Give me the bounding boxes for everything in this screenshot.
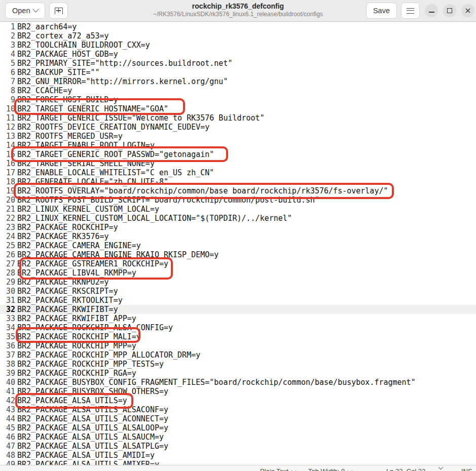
- insert-mode-label: INS: [461, 467, 472, 471]
- line-number: 16: [0, 159, 15, 168]
- line-number: 40: [0, 378, 15, 387]
- code-line: 39BR2_PACKAGE_ROCKCHIP_RGA=y: [0, 369, 476, 378]
- code-line: 10BR2_TARGET_GENERIC_HOSTNAME="GOA": [0, 104, 476, 113]
- code-text: BR2_TARGET_GENERIC_HOSTNAME="GOA": [15, 104, 168, 113]
- line-number: 13: [0, 132, 15, 141]
- code-line: 26BR2_PACKAGE_CAMERA_ENGINE_RKAIQ_RKISP_…: [0, 250, 476, 259]
- code-line: 41BR2_PACKAGE_BUSYBOX_SHOW_OTHERS=y: [0, 387, 476, 396]
- code-line: 40BR2_PACKAGE_BUSYBOX_CONFIG_FRAGMENT_FI…: [0, 378, 476, 387]
- code-line: 37BR2_PACKAGE_ROCKCHIP_MPP_ALLOCATOR_DRM…: [0, 350, 476, 360]
- minimize-icon: [429, 12, 434, 13]
- code-line: 46BR2_PACKAGE_ALSA_UTILS_ALSAUCM=y: [0, 433, 476, 442]
- code-line: 12BR2_ROOTFS_DEVICE_CREATION_DYNAMIC_EUD…: [0, 123, 476, 132]
- line-number: 32: [0, 305, 15, 314]
- code-line: 2BR2_cortex_a72_a53=y: [0, 31, 476, 41]
- code-text: BR2_PACKAGE_ALSA_UTILS_ALSAUCM=y: [15, 433, 164, 442]
- code-text: BR2_PACKAGE_ROCKCHIP_MPP=y: [15, 341, 136, 350]
- editor-text-area[interactable]: 1BR2_aarch64=y2BR2_cortex_a72_a53=y3BR2_…: [0, 22, 476, 465]
- code-text: BR2_LINUX_KERNEL_CUSTOM_LOCAL=y: [15, 205, 159, 214]
- code-line: 27BR2_PACKAGE_GSTREAMER1_ROCKCHIP=y: [0, 259, 476, 268]
- status-bar: Plain Text Tab Width: 8 Ln 32, Col 23 IN…: [0, 465, 476, 471]
- code-text: BR2_PACKAGE_RKTOOLKIT=y: [15, 296, 123, 305]
- header-bar: rockchip_rk3576_defconfig ~/RK3576/Linux…: [0, 0, 476, 22]
- line-number: 29: [0, 278, 15, 287]
- header-right-group: Save ×: [366, 3, 474, 19]
- line-number: 7: [0, 77, 15, 86]
- code-text: BR2_CCACHE=y: [15, 86, 72, 95]
- code-text: BR2_ROOTFS_OVERLAY="board/rockchip/commo…: [15, 186, 388, 195]
- line-number: 30: [0, 287, 15, 296]
- code-text: BR2_PACKAGE_ROCKCHIP_RGA=y: [15, 369, 136, 378]
- line-number: 3: [0, 41, 15, 50]
- line-number: 35: [0, 332, 15, 341]
- line-number: 45: [0, 423, 15, 433]
- line-number: 34: [0, 323, 15, 332]
- chevron-down-icon: [291, 468, 297, 471]
- line-number: 11: [0, 113, 15, 123]
- code-line: 32BR2_PACKAGE_RKWIFIBT=y: [0, 305, 476, 314]
- code-text: BR2_PACKAGE_ALSA_UTILS_ACONNECT=y: [15, 414, 168, 423]
- code-line: 24BR2_PACKAGE_RK3576=y: [0, 232, 476, 241]
- line-number: 27: [0, 259, 15, 268]
- line-number: 17: [0, 168, 15, 177]
- line-number: 23: [0, 223, 15, 232]
- code-text: BR2_PACKAGE_RKWIFIBT=y: [15, 305, 118, 314]
- maximize-icon: [447, 8, 452, 13]
- cursor-position-button[interactable]: Ln 32, Col 23: [386, 467, 425, 471]
- code-text: BR2_PACKAGE_ROCKCHIP_ALSA_CONFIG=y: [15, 323, 173, 332]
- code-text: BR2_PACKAGE_RKNPU2=y: [15, 278, 109, 287]
- code-line: 8BR2_CCACHE=y: [0, 86, 476, 95]
- code-text: BR2_ROOTFS_DEVICE_CREATION_DYNAMIC_EUDEV…: [15, 123, 209, 132]
- line-number: 42: [0, 396, 15, 405]
- new-tab-button[interactable]: [49, 3, 68, 19]
- close-icon: ×: [464, 7, 471, 15]
- minimize-button[interactable]: [425, 4, 438, 17]
- code-text: BR2_PACKAGE_ROCKCHIP_MPP_TESTS=y: [15, 360, 164, 369]
- save-button[interactable]: Save: [366, 3, 397, 19]
- line-number: 49: [0, 460, 15, 465]
- code-line: 21BR2_LINUX_KERNEL_CUSTOM_LOCAL=y: [0, 205, 476, 214]
- code-line: 9BR2_FORCE_HOST_BUILD=y: [0, 95, 476, 104]
- line-number: 33: [0, 314, 15, 323]
- code-text: BR2_PACKAGE_ROCKCHIP=y: [15, 223, 118, 232]
- language-selector[interactable]: Plain Text: [260, 467, 296, 471]
- line-number: 39: [0, 369, 15, 378]
- close-button[interactable]: ×: [461, 4, 474, 17]
- code-line: 23BR2_PACKAGE_ROCKCHIP=y: [0, 223, 476, 232]
- text-editor-window: rockchip_rk3576_defconfig ~/RK3576/Linux…: [0, 0, 476, 471]
- chevron-down-icon: [348, 468, 353, 471]
- code-line: 38BR2_PACKAGE_ROCKCHIP_MPP_TESTS=y: [0, 360, 476, 369]
- chevron-down-icon: [33, 6, 40, 12]
- line-number: 44: [0, 414, 15, 423]
- menu-button[interactable]: [401, 3, 420, 19]
- code-text: BR2_PACKAGE_BUSYBOX_CONFIG_FRAGMENT_FILE…: [15, 378, 416, 387]
- line-number: 6: [0, 68, 15, 77]
- line-number: 24: [0, 232, 15, 241]
- tab-width-selector[interactable]: Tab Width: 8: [308, 467, 352, 471]
- code-text: BR2_PRIMARY_SITE="http://sources.buildro…: [15, 59, 232, 68]
- code-line: 13BR2_ROOTFS_MERGED_USR=y: [0, 132, 476, 141]
- code-line: 19BR2_ROOTFS_OVERLAY="board/rockchip/com…: [0, 186, 476, 195]
- code-text: BR2_BACKUP_SITE="": [15, 68, 100, 77]
- code-line: 22BR2_LINUX_KERNEL_CUSTOM_LOCAL_LOCATION…: [0, 214, 476, 223]
- line-number: 20: [0, 195, 15, 205]
- code-line: 18BR2_GENERATE_LOCALE="zh_CN.UTF-8": [0, 177, 476, 186]
- code-line: 3BR2_TOOLCHAIN_BUILDROOT_CXX=y: [0, 41, 476, 50]
- code-line: 30BR2_PACKAGE_RKSCRIPT=y: [0, 287, 476, 296]
- line-number: 46: [0, 433, 15, 442]
- code-text: BR2_PACKAGE_ALSA_UTILS_ALSACONF=y: [15, 405, 168, 414]
- code-text: BR2_TARGET_ENABLE_ROOT_LOGIN=y: [15, 141, 155, 150]
- code-line: 34BR2_PACKAGE_ROCKCHIP_ALSA_CONFIG=y: [0, 323, 476, 332]
- code-text: BR2_aarch64=y: [15, 22, 77, 31]
- language-label: Plain Text: [260, 467, 288, 471]
- code-line: 20BR2_ROOTFS_POST_BUILD_SCRIPT="board/ro…: [0, 195, 476, 205]
- line-number: 48: [0, 451, 15, 460]
- line-number: 26: [0, 250, 15, 259]
- header-left-group: Open: [5, 3, 68, 19]
- goto-line-dropdown[interactable]: [439, 467, 443, 469]
- code-line: 35BR2_PACKAGE_ROCKCHIP_MALI=y: [0, 332, 476, 341]
- maximize-button[interactable]: [443, 4, 456, 17]
- line-number: 38: [0, 360, 15, 369]
- code-text: BR2_FORCE_HOST_BUILD=y: [15, 95, 118, 104]
- open-button[interactable]: Open: [5, 3, 45, 19]
